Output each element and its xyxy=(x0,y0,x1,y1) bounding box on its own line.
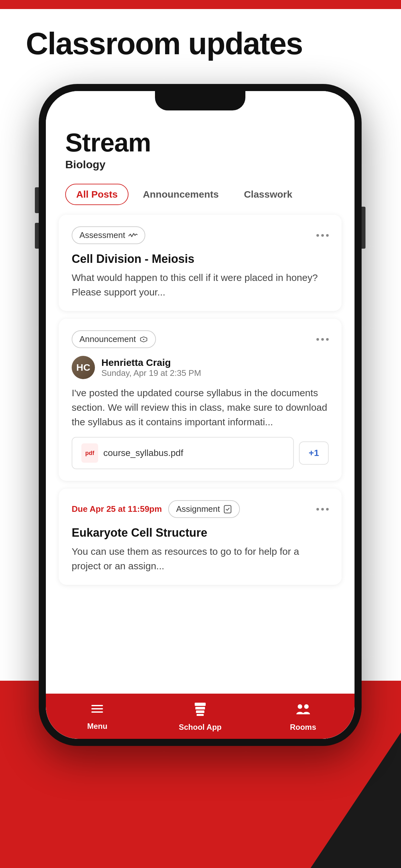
svg-rect-6 xyxy=(195,707,205,709)
cards-container: Assessment Cell Division - xyxy=(46,215,354,585)
nav-school-app[interactable]: School App xyxy=(174,701,226,732)
author-info: Henrietta Craig Sunday, Apr 19 at 2:35 P… xyxy=(101,357,201,378)
plus-attachments[interactable]: +1 xyxy=(299,441,329,465)
nav-menu[interactable]: Menu xyxy=(71,702,123,731)
menu-label: Menu xyxy=(87,722,107,731)
dot xyxy=(321,338,324,341)
tab-bar: All Posts Announcements Classwork xyxy=(46,177,354,205)
due-date: Due Apr 25 at 11:59pm xyxy=(72,504,162,514)
tab-classwork[interactable]: Classwork xyxy=(233,184,303,205)
badge-label-announcement: Announcement xyxy=(80,334,136,344)
page-title: Classroom updates xyxy=(26,26,303,61)
dot xyxy=(321,234,324,237)
dot xyxy=(316,234,319,237)
dot xyxy=(326,234,329,237)
avatar: HC xyxy=(72,356,95,379)
badge-assignment: Assignment xyxy=(168,500,240,518)
pdf-filename: course_syllabus.pdf xyxy=(103,448,183,458)
phone-frame: Stream Biology All Posts Announcements C… xyxy=(39,84,362,746)
card-header-2: Announcement xyxy=(72,330,329,348)
bottom-nav: Menu School App xyxy=(46,693,354,739)
author-row: HC Henrietta Craig Sunday, Apr 19 at 2:3… xyxy=(72,356,329,379)
more-options-1[interactable] xyxy=(316,234,329,237)
card-assessment[interactable]: Assessment Cell Division - xyxy=(59,215,342,311)
dot xyxy=(316,338,319,341)
card-assignment[interactable]: Due Apr 25 at 11:59pm Assignment xyxy=(59,489,342,585)
tab-announcements[interactable]: Announcements xyxy=(132,184,229,205)
card-title-1: Cell Division - Meiosis xyxy=(72,252,329,266)
badge-assessment: Assessment xyxy=(72,226,145,244)
volume-down-button xyxy=(35,223,39,249)
pdf-icon-label: pdf xyxy=(85,450,94,457)
rooms-icon xyxy=(295,701,311,720)
dot xyxy=(326,338,329,341)
announcement-icon xyxy=(139,335,148,344)
stream-subtitle: Biology xyxy=(65,158,335,171)
rooms-label: Rooms xyxy=(290,723,316,732)
stream-title: Stream xyxy=(65,130,335,156)
card-body-2: I've posted the updated course syllabus … xyxy=(72,385,329,429)
attachment-row: pdf course_syllabus.pdf +1 xyxy=(72,437,329,469)
author-name: Henrietta Craig xyxy=(101,357,201,368)
volume-up-button xyxy=(35,187,39,213)
svg-rect-5 xyxy=(195,703,206,706)
dot xyxy=(326,508,329,510)
more-options-3[interactable] xyxy=(316,508,329,510)
power-button xyxy=(362,207,366,249)
svg-point-10 xyxy=(304,704,309,709)
due-row: Due Apr 25 at 11:59pm Assignment xyxy=(72,500,240,518)
tab-all-posts[interactable]: All Posts xyxy=(65,184,128,205)
svg-rect-8 xyxy=(197,714,204,716)
nav-rooms[interactable]: Rooms xyxy=(277,701,329,732)
school-app-label: School App xyxy=(179,723,221,732)
card-title-3: Eukaryote Cell Structure xyxy=(72,526,329,539)
pdf-icon-box: pdf xyxy=(81,443,98,463)
phone-screen: Stream Biology All Posts Announcements C… xyxy=(46,91,354,739)
phone-notch xyxy=(155,91,245,111)
dot xyxy=(321,508,324,510)
school-app-icon xyxy=(192,701,208,720)
dot xyxy=(316,508,319,510)
top-status-bar xyxy=(0,0,401,9)
menu-icon xyxy=(90,702,104,719)
svg-rect-1 xyxy=(224,505,231,513)
card-body-3: You can use them as resources to go to f… xyxy=(72,544,329,573)
card-body-1: What would happen to this cell if it wer… xyxy=(72,270,329,299)
svg-point-9 xyxy=(298,704,302,709)
badge-label-assignment: Assignment xyxy=(176,504,220,514)
svg-point-0 xyxy=(143,339,144,340)
card-header-1: Assessment xyxy=(72,226,329,244)
stream-header: Stream Biology xyxy=(46,114,354,177)
more-options-2[interactable] xyxy=(316,338,329,341)
card-announcement[interactable]: Announcement xyxy=(59,319,342,481)
assessment-icon xyxy=(128,231,137,240)
badge-announcement: Announcement xyxy=(72,330,156,348)
pdf-attachment[interactable]: pdf course_syllabus.pdf xyxy=(72,437,294,469)
badge-label-assessment: Assessment xyxy=(80,230,125,240)
avatar-initials: HC xyxy=(72,356,95,379)
screen-content: Stream Biology All Posts Announcements C… xyxy=(46,91,354,739)
assignment-icon xyxy=(223,505,232,514)
card-header-3: Due Apr 25 at 11:59pm Assignment xyxy=(72,500,329,518)
svg-rect-7 xyxy=(196,710,204,713)
content-area: Stream Biology All Posts Announcements C… xyxy=(46,114,354,693)
author-date: Sunday, Apr 19 at 2:35 PM xyxy=(101,368,201,378)
